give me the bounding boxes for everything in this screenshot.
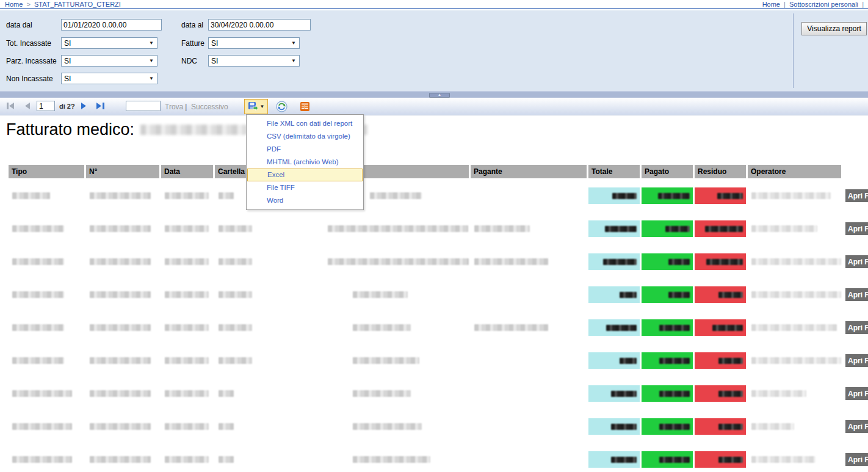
redacted-amount	[706, 259, 743, 265]
collapse-parameters-handle[interactable]: ▲	[429, 93, 450, 98]
redacted-text	[751, 390, 806, 397]
next-page-button[interactable]	[81, 102, 87, 112]
export-menu-item-pdf[interactable]: PDF	[247, 143, 363, 156]
cell-totale	[588, 187, 640, 204]
parz-incassate-select[interactable]: SI ▼	[61, 55, 157, 67]
cell-residuo	[695, 286, 746, 303]
column-header-pagato: Pagato	[642, 165, 693, 178]
redacted-text	[165, 225, 209, 232]
cell-data	[161, 418, 213, 435]
apri-button[interactable]: Apri F	[845, 288, 868, 301]
cell-tipo	[9, 187, 84, 204]
non-incassate-select[interactable]: SI ▼	[61, 73, 157, 84]
redacted-text	[219, 192, 234, 199]
cell-cartella	[215, 220, 270, 237]
redacted-amount	[658, 193, 690, 199]
export-button[interactable]: ▼	[244, 99, 268, 114]
ndc-select[interactable]: SI ▼	[208, 55, 300, 67]
cell-pagato	[642, 385, 693, 402]
tot-incassate-select[interactable]: SI ▼	[61, 37, 157, 49]
parz-incassate-value: SI	[64, 57, 71, 65]
top-links-separator: |	[784, 1, 786, 8]
apri-button[interactable]: Apri F	[845, 189, 868, 202]
redacted-amount	[668, 259, 690, 265]
redacted-amount	[668, 292, 690, 298]
apri-button[interactable]: Apri F	[845, 354, 868, 367]
dropdown-caret-icon: ▼	[260, 104, 265, 109]
cell-cliente	[272, 385, 469, 402]
table-row: Apri F	[0, 187, 868, 204]
data-feed-button[interactable]	[299, 101, 311, 112]
export-menu-item-mhtml-archivio-web[interactable]: MHTML (archivio Web)	[247, 156, 363, 169]
page-count-label: di 2?	[59, 103, 75, 110]
data-dal-field[interactable]	[61, 19, 162, 31]
chevron-down-icon: ▼	[149, 40, 154, 46]
fatture-value: SI	[211, 39, 218, 48]
first-page-button[interactable]	[6, 102, 15, 112]
apri-button[interactable]: Apri F	[845, 453, 868, 466]
redacted-text	[353, 357, 419, 364]
chevron-down-icon: ▼	[291, 58, 296, 64]
breadcrumb-bar: Home > STAT_FATTURATO_CTERZI Home | Sott…	[0, 0, 868, 9]
export-menu-item-file-xml-con-dati-del-report[interactable]: File XML con dati del report	[247, 117, 363, 130]
export-menu-item-csv-delimitato-da-virgole[interactable]: CSV (delimitato da virgole)	[247, 130, 363, 143]
chevron-down-icon: ▼	[149, 76, 154, 81]
refresh-button[interactable]	[276, 101, 288, 112]
cell-cartella	[215, 319, 270, 336]
apri-button[interactable]: Apri F	[845, 387, 868, 400]
search-input[interactable]	[126, 101, 161, 111]
redacted-text	[90, 258, 151, 265]
cell-residuo	[695, 352, 746, 369]
redacted-text	[751, 423, 794, 430]
personal-subscriptions-link[interactable]: Sottoscrizioni personali	[789, 1, 858, 8]
apri-button[interactable]: Apri F	[845, 255, 868, 268]
cell-n	[86, 352, 159, 369]
export-menu-item-word[interactable]: Word	[247, 194, 363, 207]
fatture-select[interactable]: SI ▼	[208, 37, 300, 49]
chevron-down-icon: ▼	[149, 58, 154, 64]
redacted-text	[219, 324, 252, 331]
page-number-input[interactable]	[37, 101, 55, 111]
cell-pagante	[471, 253, 587, 270]
apri-button[interactable]: Apri F	[845, 222, 868, 235]
export-menu-item-excel[interactable]: Excel	[247, 169, 363, 181]
column-header-pagante: Pagante	[471, 165, 587, 178]
redacted-text	[12, 456, 72, 463]
breadcrumb-separator: >	[26, 1, 30, 8]
view-report-button[interactable]: Visualizza report	[801, 22, 867, 35]
cell-n	[86, 187, 159, 204]
export-menu-item-file-tiff[interactable]: File TIFF	[247, 181, 363, 194]
cell-pagante	[471, 451, 587, 468]
cell-totale	[588, 352, 640, 369]
cell-cliente	[272, 451, 469, 468]
cell-pagante	[471, 418, 587, 435]
cell-pagante	[471, 220, 587, 237]
apri-button[interactable]: Apri F	[845, 420, 868, 433]
prev-page-button[interactable]	[24, 102, 31, 112]
cell-residuo	[695, 220, 746, 237]
column-header-residuo: Residuo	[695, 165, 746, 178]
redacted-text	[12, 225, 64, 232]
cell-pagato	[642, 220, 693, 237]
data-al-label: data al	[181, 21, 203, 29]
find-next-button[interactable]: Successivo	[191, 103, 228, 111]
apri-button[interactable]: Apri F	[845, 321, 868, 334]
redacted-amount	[659, 457, 690, 463]
redacted-text	[90, 390, 151, 397]
breadcrumb-home-link[interactable]: Home	[5, 1, 23, 8]
cell-pagato	[642, 286, 693, 303]
non-incassate-value: SI	[64, 74, 71, 83]
redacted-text	[474, 258, 548, 265]
data-al-field[interactable]	[208, 19, 311, 31]
last-page-button[interactable]	[96, 102, 105, 112]
cell-cartella	[215, 418, 270, 435]
home-link[interactable]: Home	[762, 1, 780, 8]
breadcrumb-current-report[interactable]: STAT_FATTURATO_CTERZI	[34, 1, 121, 8]
redacted-amount	[612, 193, 637, 199]
redacted-text	[751, 291, 841, 298]
redacted-text	[90, 225, 151, 232]
cell-n	[86, 451, 159, 468]
find-button[interactable]: Trova	[165, 103, 183, 111]
redacted-text	[90, 357, 151, 364]
cell-n	[86, 220, 159, 237]
